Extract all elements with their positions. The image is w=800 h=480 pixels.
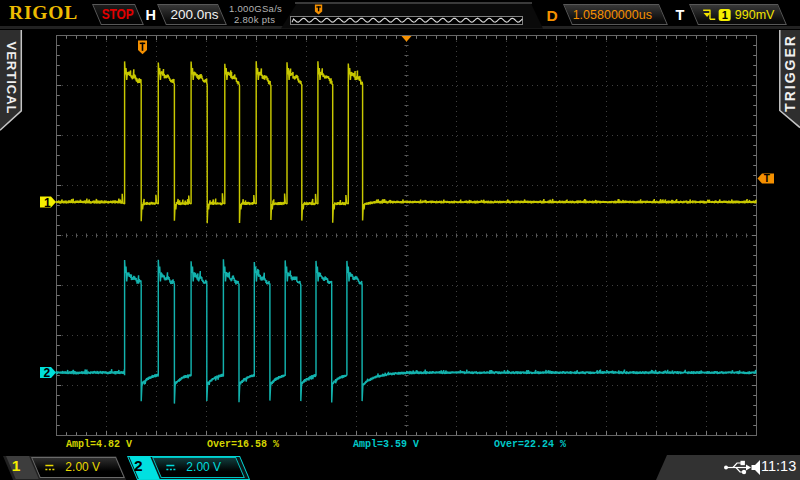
- svg-text:1: 1: [44, 196, 51, 210]
- svg-text:T: T: [764, 173, 770, 184]
- svg-text:2: 2: [44, 366, 51, 380]
